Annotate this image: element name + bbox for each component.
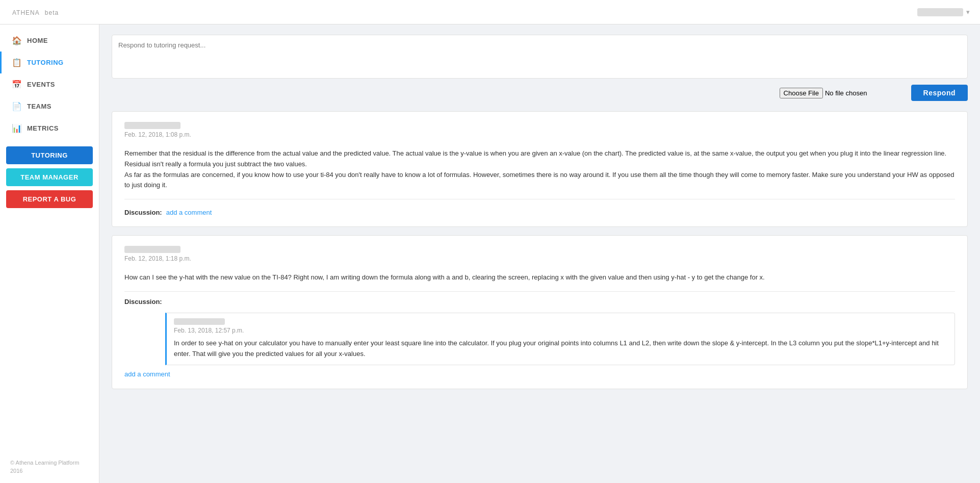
- sidebar-item-metrics[interactable]: 📊 METRICS: [0, 117, 99, 139]
- add-comment-row-2: add a comment: [124, 369, 955, 378]
- user-dropdown[interactable]: ▾: [917, 8, 970, 16]
- report-bug-button[interactable]: REPORT A BUG: [6, 190, 93, 208]
- file-input[interactable]: [780, 88, 905, 98]
- respond-button[interactable]: Respond: [911, 85, 968, 101]
- sidebar-item-tutoring[interactable]: 📋 TUTORING: [0, 52, 99, 73]
- post-avatar-1: [124, 122, 180, 129]
- post-header-1: Feb. 12, 2018, 1:08 p.m.: [124, 122, 955, 143]
- respond-box: [112, 35, 968, 79]
- discussion-label-row-2: Discussion:: [124, 298, 955, 306]
- sidebar-buttons: TUTORING TEAM MANAGER REPORT A BUG: [0, 144, 99, 210]
- comment-date-1: Feb. 13, 2018, 12:57 p.m.: [174, 327, 947, 334]
- add-comment-link-2[interactable]: add a comment: [124, 370, 170, 378]
- add-comment-link-1[interactable]: add a comment: [166, 209, 212, 216]
- post-body-1: Remember that the residual is the differ…: [124, 148, 955, 191]
- comment-container-1: Feb. 13, 2018, 12:57 p.m. In order to se…: [124, 310, 955, 365]
- respond-actions: Respond: [112, 85, 968, 101]
- title-text: ATHENA: [12, 9, 40, 16]
- tutoring-icon: 📋: [12, 58, 22, 67]
- app-title: ATHENA beta: [10, 7, 59, 17]
- sidebar-footer: © Athena Learning Platform 2016: [0, 451, 99, 483]
- dropdown-arrow-icon: ▾: [966, 8, 970, 16]
- header: ATHENA beta ▾: [0, 0, 980, 24]
- sidebar-item-home[interactable]: 🏠 HOME: [0, 30, 99, 52]
- file-input-label[interactable]: [780, 88, 905, 98]
- post-header-2: Feb. 12, 2018, 1:18 p.m.: [124, 246, 955, 267]
- user-avatar-placeholder: [917, 8, 963, 16]
- main-content: Respond Feb. 12, 2018, 1:08 p.m. Remembe…: [99, 24, 980, 483]
- teams-icon: 📄: [12, 101, 22, 111]
- discussion-row-1: Discussion: add a comment: [124, 206, 955, 216]
- post-card-1: Feb. 12, 2018, 1:08 p.m. Remember that t…: [112, 111, 968, 227]
- post-avatar-2: [124, 246, 180, 253]
- post-divider-1: [124, 199, 955, 199]
- team-manager-button[interactable]: TEAM MANAGER: [6, 168, 93, 186]
- discussion-section-2: Discussion: Feb. 13, 2018, 12:57 p.m. In…: [124, 298, 955, 378]
- metrics-icon: 📊: [12, 123, 22, 133]
- discussion-label-1: Discussion:: [124, 209, 162, 216]
- home-icon: 🏠: [12, 36, 22, 45]
- sidebar-label-home: HOME: [27, 37, 48, 44]
- sidebar-label-teams: TEAMS: [27, 103, 51, 110]
- footer-text: © Athena Learning Platform 2016: [10, 460, 79, 473]
- post-card-2: Feb. 12, 2018, 1:18 p.m. How can I see t…: [112, 235, 968, 389]
- sidebar-label-events: EVENTS: [27, 81, 55, 88]
- sidebar-item-events[interactable]: 📅 EVENTS: [0, 73, 99, 95]
- post-body-2: How can I see the y-hat with the new val…: [124, 272, 955, 283]
- respond-textarea[interactable]: [118, 41, 961, 70]
- sidebar-label-tutoring: TUTORING: [27, 59, 64, 66]
- comment-body-1: In order to see y-hat on your calculator…: [174, 338, 947, 360]
- events-icon: 📅: [12, 80, 22, 89]
- beta-label: beta: [45, 9, 59, 16]
- comment-block-1: Feb. 13, 2018, 12:57 p.m. In order to se…: [165, 313, 955, 365]
- app-body: 🏠 HOME 📋 TUTORING 📅 EVENTS 📄 TEAMS 📊 MET…: [0, 24, 980, 483]
- sidebar-item-teams[interactable]: 📄 TEAMS: [0, 95, 99, 117]
- sidebar-nav: 🏠 HOME 📋 TUTORING 📅 EVENTS 📄 TEAMS 📊 MET…: [0, 30, 99, 139]
- post-divider-2: [124, 291, 955, 292]
- tutoring-button[interactable]: TUTORING: [6, 146, 93, 164]
- post-date-1: Feb. 12, 2018, 1:08 p.m.: [124, 131, 955, 138]
- comment-avatar-1: [174, 318, 225, 325]
- sidebar-label-metrics: METRICS: [27, 124, 59, 132]
- discussion-label-2: Discussion:: [124, 298, 162, 306]
- post-date-2: Feb. 12, 2018, 1:18 p.m.: [124, 255, 955, 262]
- sidebar: 🏠 HOME 📋 TUTORING 📅 EVENTS 📄 TEAMS 📊 MET…: [0, 24, 99, 483]
